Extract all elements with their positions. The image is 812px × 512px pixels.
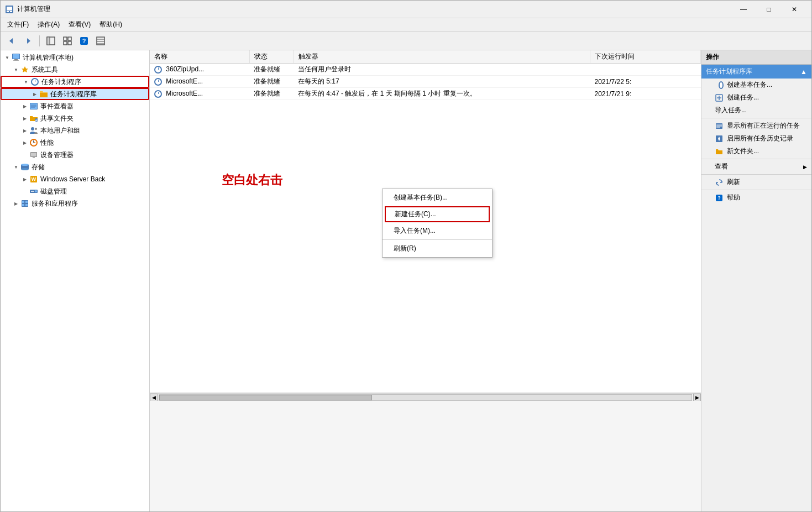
scroll-right-btn[interactable]: ▶ bbox=[693, 394, 701, 401]
action-label-new-folder: 新文件夹... bbox=[727, 147, 759, 156]
scrollbar-track[interactable] bbox=[159, 394, 692, 401]
ctx-create-basic[interactable]: 创建基本任务(B)... bbox=[383, 190, 492, 205]
action-label-view: 查看 bbox=[715, 162, 728, 171]
expand-task-scheduler[interactable] bbox=[22, 77, 30, 86]
tree-item-local-users[interactable]: 本地用户和组 bbox=[1, 124, 149, 137]
expand-storage[interactable] bbox=[12, 163, 20, 171]
show-hide-button[interactable] bbox=[43, 34, 59, 48]
action-help[interactable]: ? 帮助 bbox=[701, 191, 811, 204]
expand-windows-backup[interactable] bbox=[20, 175, 29, 184]
forward-button[interactable] bbox=[20, 34, 36, 48]
menu-view[interactable]: 查看(V) bbox=[64, 19, 95, 30]
svg-rect-34 bbox=[31, 153, 36, 156]
menu-help[interactable]: 帮助(H) bbox=[95, 19, 127, 30]
menu-action[interactable]: 操作(A) bbox=[33, 19, 64, 30]
tree-label-shared-folders: 共享文件夹 bbox=[40, 114, 74, 123]
svg-rect-48 bbox=[25, 204, 28, 206]
action-icon-new-folder bbox=[715, 147, 724, 156]
action-create-basic[interactable]: 创建基本任务... bbox=[701, 79, 811, 91]
scroll-left-btn[interactable]: ◀ bbox=[150, 394, 158, 401]
help-toolbar-button[interactable]: ? bbox=[76, 34, 92, 48]
action-view[interactable]: 查看 ▶ bbox=[701, 160, 811, 173]
tree-item-windows-backup[interactable]: W Windows Server Back bbox=[1, 173, 149, 185]
actions-section-arrow[interactable]: ▲ bbox=[800, 68, 807, 76]
table-scrollbar[interactable]: ◀ ▶ bbox=[150, 393, 701, 401]
expand-performance[interactable] bbox=[20, 138, 29, 147]
cell-name-2: MicrosoftE... bbox=[150, 88, 249, 100]
tree-item-services-apps[interactable]: 服务和应用程序 bbox=[1, 197, 149, 210]
details-button[interactable] bbox=[93, 34, 108, 48]
table-row[interactable]: 360ZipUpd... 准备就绪 当任何用户登录时 bbox=[150, 64, 701, 76]
tree-item-disk-management[interactable]: 磁盘管理 bbox=[1, 185, 149, 197]
tree-item-shared-folders[interactable]: ⇌ 共享文件夹 bbox=[1, 112, 149, 124]
annotation-text: 空白处右击 bbox=[222, 172, 282, 189]
expand-local-users[interactable] bbox=[20, 126, 29, 135]
expand-device-manager bbox=[20, 150, 29, 159]
cell-nextrun-0 bbox=[590, 64, 701, 76]
tree-label-task-library: 任务计划程序库 bbox=[50, 90, 97, 99]
view-arrow-icon: ▶ bbox=[803, 164, 807, 170]
col-trigger[interactable]: 触发器 bbox=[294, 50, 590, 64]
action-create-task[interactable]: 创建任务... bbox=[701, 91, 811, 104]
tree-item-task-library[interactable]: 任务计划程序库 bbox=[1, 88, 149, 100]
action-enable-history[interactable]: 启用所有任务历史记录 bbox=[701, 132, 811, 145]
expand-event-viewer[interactable] bbox=[20, 102, 29, 111]
tree-item-system-tools[interactable]: 系统工具 bbox=[1, 64, 149, 76]
cell-name-1: MicrosoftE... bbox=[150, 76, 249, 88]
minimize-button[interactable]: — bbox=[731, 1, 756, 18]
ctx-import-task[interactable]: 导入任务(M)... bbox=[383, 223, 492, 238]
action-new-folder[interactable]: 新文件夹... bbox=[701, 145, 811, 158]
maximize-button[interactable]: □ bbox=[756, 1, 782, 18]
menu-file[interactable]: 文件(F) bbox=[3, 19, 33, 30]
cell-status-1: 准备就绪 bbox=[249, 76, 294, 88]
expand-shared-folders[interactable] bbox=[20, 114, 29, 123]
action-label-create-basic: 创建基本任务... bbox=[727, 80, 772, 90]
icon-task-scheduler bbox=[30, 77, 39, 86]
tree-item-task-scheduler[interactable]: 任务计划程序 bbox=[1, 76, 149, 88]
svg-rect-9 bbox=[68, 37, 71, 40]
tree-item-event-viewer[interactable]: 事件查看器 bbox=[1, 100, 149, 112]
action-refresh[interactable]: 刷新 bbox=[701, 176, 811, 189]
expand-services-apps[interactable] bbox=[12, 199, 20, 208]
back-button[interactable] bbox=[4, 34, 19, 48]
tree-label-services-apps: 服务和应用程序 bbox=[32, 199, 78, 208]
sidebar-tree: 计算机管理(本地) 系统工具 任务计划程序 bbox=[1, 50, 150, 511]
action-show-running[interactable]: 显示所有正在运行的任务 bbox=[701, 119, 811, 132]
tree-item-performance[interactable]: 性能 bbox=[1, 137, 149, 149]
tree-item-storage[interactable]: 存储 bbox=[1, 161, 149, 173]
action-label-show-running: 显示所有正在运行的任务 bbox=[727, 121, 800, 130]
svg-text:?: ? bbox=[82, 38, 86, 44]
svg-rect-45 bbox=[22, 201, 24, 203]
table-row[interactable]: MicrosoftE... 准备就绪 在每天的 5:17 2021/7/22 5… bbox=[150, 76, 701, 88]
icon-event-viewer bbox=[29, 102, 38, 111]
bottom-detail-area bbox=[150, 401, 701, 511]
ctx-new-task[interactable]: 新建任务(C)... bbox=[385, 206, 490, 222]
action-icon-create-basic bbox=[715, 81, 724, 90]
svg-rect-11 bbox=[68, 41, 71, 45]
tasks-table: 名称 状态 触发器 下次运行时间 360ZipUpd... 准备就 bbox=[150, 50, 701, 100]
table-row[interactable]: MicrosoftE... 准备就绪 在每天的 4:47 - 触发后，在 1 天… bbox=[150, 88, 701, 100]
tree-item-root[interactable]: 计算机管理(本地) bbox=[1, 51, 149, 64]
actions-panel: 操作 任务计划程序库 ▲ 创建基本任务... bbox=[701, 50, 811, 511]
cell-trigger-1: 在每天的 5:17 bbox=[294, 76, 590, 88]
action-import-task[interactable]: 导入任务... bbox=[701, 104, 811, 117]
col-name[interactable]: 名称 bbox=[150, 50, 249, 64]
col-status[interactable]: 状态 bbox=[249, 50, 294, 64]
grid-button[interactable] bbox=[60, 34, 75, 48]
col-nextrun[interactable]: 下次运行时间 bbox=[590, 50, 701, 64]
tree-item-device-manager[interactable]: 设备管理器 bbox=[1, 149, 149, 161]
tree-label-task-scheduler: 任务计划程序 bbox=[41, 77, 81, 87]
expand-system-tools[interactable] bbox=[12, 65, 20, 74]
main-content: 计算机管理(本地) 系统工具 任务计划程序 bbox=[1, 50, 811, 511]
icon-local-users bbox=[29, 126, 38, 135]
close-button[interactable]: ✕ bbox=[782, 1, 807, 18]
cell-nextrun-2: 2021/7/21 9: bbox=[590, 88, 701, 100]
expand-root[interactable] bbox=[3, 53, 12, 62]
svg-rect-21 bbox=[13, 60, 19, 61]
expand-task-library[interactable] bbox=[30, 90, 39, 98]
expand-disk-management bbox=[20, 187, 29, 196]
ctx-refresh[interactable]: 刷新(R) bbox=[383, 241, 492, 256]
icon-computer bbox=[12, 53, 20, 62]
actions-section-title: 任务计划程序库 bbox=[706, 67, 752, 76]
context-menu: 创建基本任务(B)... 新建任务(C)... 导入任务(M)... 刷新(R) bbox=[382, 189, 493, 258]
